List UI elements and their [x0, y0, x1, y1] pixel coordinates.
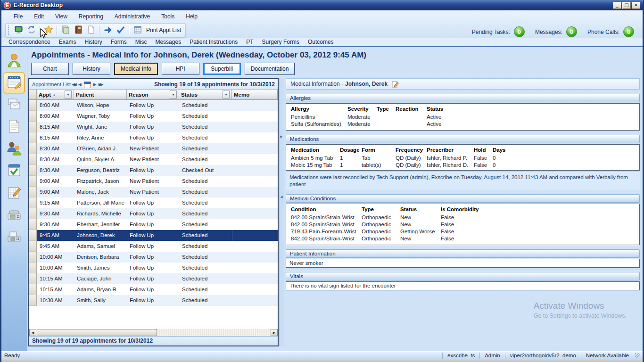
- appointment-row[interactable]: 9:00 AMFitzpatrick, JasonNew PatientSche…: [29, 176, 278, 187]
- menu-view[interactable]: View: [50, 12, 73, 21]
- view-button-chart[interactable]: Chart: [31, 63, 69, 75]
- filter-dropdown-status[interactable]: ▾: [223, 90, 230, 99]
- scroll-left-button[interactable]: ◀: [29, 329, 36, 336]
- row-selector-header[interactable]: [29, 90, 37, 100]
- appointment-row[interactable]: 8:30 AMQuinn, Skyler A.New PatientSchedu…: [29, 154, 278, 165]
- column-header-memo[interactable]: Memo: [232, 90, 278, 100]
- print-appt-list-label[interactable]: Print Appt List: [146, 27, 181, 33]
- row-selector[interactable]: [29, 208, 37, 219]
- view-button-superbill[interactable]: Superbill: [203, 63, 241, 75]
- appointment-row[interactable]: 10:00 AMDenison, BarbaraFollow UpSchedul…: [29, 252, 278, 263]
- column-header-status[interactable]: Status▾: [179, 90, 232, 100]
- row-selector[interactable]: [29, 132, 37, 143]
- row-selector[interactable]: [29, 252, 37, 263]
- toolbar-refresh-button[interactable]: [25, 25, 38, 36]
- appointment-row[interactable]: 8:15 AMRiley, AnneFollow UpScheduled: [29, 132, 278, 143]
- row-selector[interactable]: [29, 295, 37, 306]
- view-button-documentation[interactable]: Documentation: [245, 63, 295, 75]
- appointment-row[interactable]: 8:00 AMWagner, TobyFollow UpScheduled: [29, 111, 278, 122]
- toolbar-copy-button[interactable]: [59, 25, 72, 36]
- medications-section-header[interactable]: Medications: [286, 135, 640, 143]
- appointment-row[interactable]: 10:15 AMAdams, Bryan R.Follow UpSchedule…: [29, 284, 278, 295]
- sidebar-item-appointments[interactable]: [4, 73, 25, 93]
- calendar-picker-button[interactable]: [84, 82, 91, 88]
- sidebar-item-notes[interactable]: [4, 117, 25, 138]
- row-selector[interactable]: [29, 100, 37, 111]
- print-appt-list-button[interactable]: [131, 25, 144, 36]
- scroll-right-button[interactable]: ▶: [271, 329, 278, 336]
- tab-pt[interactable]: PT: [242, 39, 257, 45]
- next-day-button[interactable]: ▶: [93, 82, 97, 87]
- appointment-row[interactable]: 9:30 AMEberhart, JenniferFollow UpSchedu…: [29, 219, 278, 230]
- tab-exams[interactable]: Exams: [55, 39, 81, 45]
- tab-correspondence[interactable]: Correspondence: [4, 39, 55, 45]
- maximize-button[interactable]: □: [622, 2, 631, 9]
- appointment-row[interactable]: 9:15 AMPatterson, Jill MarieFollow UpSch…: [29, 197, 278, 208]
- row-selector[interactable]: [29, 263, 37, 273]
- column-header-patient[interactable]: Patient: [74, 90, 127, 100]
- appointment-row[interactable]: 10:15 AMCaciage, JohnFollow UpScheduled: [29, 273, 278, 284]
- row-selector[interactable]: [29, 154, 37, 165]
- toolbar-address-book-button[interactable]: [72, 25, 84, 36]
- appointment-row[interactable]: 9:45 AMJohnson, DerekFollow UpScheduled: [29, 230, 278, 241]
- row-selector[interactable]: [29, 143, 37, 154]
- edit-medical-info-icon[interactable]: [392, 81, 399, 88]
- row-selector[interactable]: [29, 197, 37, 208]
- tab-surgery-forms[interactable]: Surgery Forms: [258, 39, 304, 45]
- tab-forms[interactable]: Forms: [107, 39, 131, 45]
- tab-outcomes[interactable]: Outcomes: [304, 39, 338, 45]
- menu-edit[interactable]: Edit: [28, 12, 50, 21]
- toolbar-approve-button[interactable]: [114, 25, 127, 36]
- row-selector[interactable]: [29, 241, 37, 252]
- appointment-row[interactable]: 10:30 AMSmith, SallyFollow UpScheduled: [29, 295, 278, 306]
- allergies-section-header[interactable]: Allergies: [286, 94, 640, 102]
- row-selector[interactable]: [29, 176, 37, 187]
- panel-splitter[interactable]: ▶ ◀: [280, 78, 283, 346]
- row-selector[interactable]: [29, 284, 37, 295]
- row-selector[interactable]: [29, 219, 37, 230]
- menu-file[interactable]: File: [8, 12, 28, 21]
- sidebar-item-schedule[interactable]: [4, 183, 25, 204]
- row-selector[interactable]: [29, 111, 37, 122]
- appointment-row[interactable]: 8:30 AMFerguson, BeatrizFollow UpChecked…: [29, 165, 278, 176]
- row-selector[interactable]: [29, 273, 37, 284]
- previous-day-button[interactable]: ◀: [78, 82, 82, 87]
- close-button[interactable]: ✕: [632, 2, 640, 9]
- horizontal-scrollbar[interactable]: ◀ ▶: [29, 329, 278, 336]
- appointment-row[interactable]: 8:00 AMWilson, HopeFollow UpScheduled: [29, 100, 278, 111]
- row-selector[interactable]: [29, 165, 37, 176]
- toolbar-new-note-button[interactable]: [84, 25, 97, 36]
- sidebar-item-tasks[interactable]: [4, 161, 25, 182]
- view-button-medical-info[interactable]: Medical Info: [114, 63, 158, 75]
- tab-messages[interactable]: Messages: [151, 39, 185, 45]
- tab-patient-instructions[interactable]: Patient Instructions: [185, 39, 242, 45]
- sidebar-item-patient[interactable]: [4, 50, 25, 71]
- tab-misc[interactable]: Misc: [131, 39, 151, 45]
- menu-reporting[interactable]: Reporting: [73, 12, 109, 21]
- view-button-history[interactable]: History: [73, 63, 110, 75]
- appointment-row[interactable]: 10:00 AMSmith, JamesFollow UpScheduled: [29, 263, 278, 273]
- menu-administrative[interactable]: Administrative: [109, 12, 156, 21]
- appointment-row[interactable]: 9:45 AMAdams, SamuelFollow UpScheduled: [29, 241, 278, 252]
- appointment-row[interactable]: 9:00 AMMalone, JackNew PatientScheduled: [29, 187, 278, 197]
- column-header-reason[interactable]: Reason▾: [127, 90, 179, 100]
- menu-help[interactable]: Help: [180, 12, 203, 21]
- sidebar-item-fax[interactable]: [4, 228, 25, 248]
- toolbar-desktop-button[interactable]: [12, 25, 25, 36]
- row-selector[interactable]: [29, 122, 37, 132]
- menu-tools[interactable]: Tools: [156, 12, 180, 21]
- sidebar-item-patients[interactable]: [4, 139, 25, 160]
- toolbar-send-button[interactable]: [101, 25, 114, 36]
- filter-dropdown-appt[interactable]: ▾: [65, 90, 72, 99]
- first-day-button[interactable]: ◀◀: [72, 82, 75, 87]
- resize-grip[interactable]: [635, 353, 640, 358]
- sidebar-item-correspondence[interactable]: [4, 95, 25, 115]
- scrollbar-thumb[interactable]: [37, 329, 157, 336]
- appointment-row[interactable]: 9:30 AMRichards, MichelleFollow UpSchedu…: [29, 208, 278, 219]
- scrollbar-track[interactable]: [157, 329, 271, 336]
- filter-dropdown-reason[interactable]: ▾: [170, 90, 177, 99]
- vitals-section-header[interactable]: Vitals: [286, 272, 640, 280]
- toolbar-favorites-button[interactable]: [42, 25, 55, 36]
- appointment-row[interactable]: 8:30 AMO'Brien, Aidan J.New PatientSched…: [29, 143, 278, 154]
- view-button-hpi[interactable]: HPI: [162, 63, 199, 75]
